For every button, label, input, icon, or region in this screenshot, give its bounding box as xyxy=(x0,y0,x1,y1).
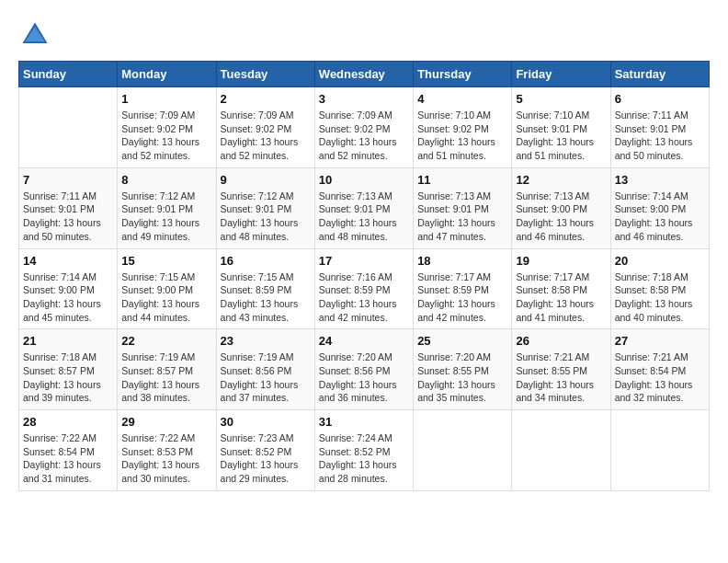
day-info: Sunrise: 7:19 AMSunset: 8:56 PMDaylight:… xyxy=(221,350,311,405)
day-info: Sunrise: 7:09 AMSunset: 9:02 PMDaylight:… xyxy=(121,109,211,163)
day-cell: 23Sunrise: 7:19 AMSunset: 8:56 PMDayligh… xyxy=(216,329,314,410)
day-info: Sunrise: 7:10 AMSunset: 9:02 PMDaylight:… xyxy=(417,109,507,163)
day-cell xyxy=(610,410,709,491)
day-cell: 21Sunrise: 7:18 AMSunset: 8:57 PMDayligh… xyxy=(19,329,118,410)
day-cell: 1Sunrise: 7:09 AMSunset: 9:02 PMDaylight… xyxy=(118,87,216,168)
day-number: 7 xyxy=(23,173,113,187)
day-cell: 4Sunrise: 7:10 AMSunset: 9:02 PMDaylight… xyxy=(414,87,512,168)
day-cell: 25Sunrise: 7:20 AMSunset: 8:55 PMDayligh… xyxy=(414,329,512,410)
day-info: Sunrise: 7:12 AMSunset: 9:01 PMDaylight:… xyxy=(221,190,311,244)
day-number: 11 xyxy=(417,173,507,187)
day-cell: 29Sunrise: 7:22 AMSunset: 8:53 PMDayligh… xyxy=(118,410,216,491)
header-cell-friday: Friday xyxy=(512,62,610,87)
day-number: 29 xyxy=(121,415,211,429)
day-number: 6 xyxy=(615,92,705,106)
day-info: Sunrise: 7:13 AMSunset: 9:01 PMDaylight:… xyxy=(417,190,507,244)
day-number: 4 xyxy=(417,92,507,106)
header-cell-monday: Monday xyxy=(118,62,216,87)
day-info: Sunrise: 7:22 AMSunset: 8:53 PMDaylight:… xyxy=(121,431,211,486)
day-info: Sunrise: 7:24 AMSunset: 8:52 PMDaylight:… xyxy=(319,431,409,486)
day-number: 25 xyxy=(417,334,507,348)
day-cell: 10Sunrise: 7:13 AMSunset: 9:01 PMDayligh… xyxy=(314,167,413,248)
day-cell xyxy=(19,87,118,168)
day-info: Sunrise: 7:21 AMSunset: 8:55 PMDaylight:… xyxy=(516,350,606,405)
day-number: 17 xyxy=(319,254,409,268)
day-cell: 18Sunrise: 7:17 AMSunset: 8:59 PMDayligh… xyxy=(414,248,512,329)
day-cell: 19Sunrise: 7:17 AMSunset: 8:58 PMDayligh… xyxy=(512,248,610,329)
day-number: 23 xyxy=(221,334,311,348)
day-cell: 6Sunrise: 7:11 AMSunset: 9:01 PMDaylight… xyxy=(610,87,709,168)
day-info: Sunrise: 7:14 AMSunset: 9:00 PMDaylight:… xyxy=(615,190,705,244)
day-cell: 5Sunrise: 7:10 AMSunset: 9:01 PMDaylight… xyxy=(512,87,610,168)
day-cell: 20Sunrise: 7:18 AMSunset: 8:58 PMDayligh… xyxy=(610,248,709,329)
day-number: 13 xyxy=(615,173,705,187)
day-number: 22 xyxy=(121,334,211,348)
header-cell-wednesday: Wednesday xyxy=(314,62,413,87)
logo-icon xyxy=(18,18,51,52)
day-cell: 13Sunrise: 7:14 AMSunset: 9:00 PMDayligh… xyxy=(610,167,709,248)
day-info: Sunrise: 7:13 AMSunset: 9:00 PMDaylight:… xyxy=(516,190,606,244)
day-cell: 8Sunrise: 7:12 AMSunset: 9:01 PMDaylight… xyxy=(118,167,216,248)
day-info: Sunrise: 7:11 AMSunset: 9:01 PMDaylight:… xyxy=(23,190,113,244)
day-info: Sunrise: 7:09 AMSunset: 9:02 PMDaylight:… xyxy=(319,109,409,163)
day-cell: 30Sunrise: 7:23 AMSunset: 8:52 PMDayligh… xyxy=(216,410,314,491)
day-info: Sunrise: 7:15 AMSunset: 9:00 PMDaylight:… xyxy=(121,270,211,325)
day-cell: 11Sunrise: 7:13 AMSunset: 9:01 PMDayligh… xyxy=(414,167,512,248)
day-number: 2 xyxy=(221,92,311,106)
week-row-4: 21Sunrise: 7:18 AMSunset: 8:57 PMDayligh… xyxy=(19,329,710,410)
day-info: Sunrise: 7:23 AMSunset: 8:52 PMDaylight:… xyxy=(221,431,311,486)
day-cell: 22Sunrise: 7:19 AMSunset: 8:57 PMDayligh… xyxy=(118,329,216,410)
day-cell: 15Sunrise: 7:15 AMSunset: 9:00 PMDayligh… xyxy=(118,248,216,329)
day-cell: 24Sunrise: 7:20 AMSunset: 8:56 PMDayligh… xyxy=(314,329,413,410)
day-number: 10 xyxy=(319,173,409,187)
week-row-2: 7Sunrise: 7:11 AMSunset: 9:01 PMDaylight… xyxy=(19,167,710,248)
week-row-3: 14Sunrise: 7:14 AMSunset: 9:00 PMDayligh… xyxy=(19,248,710,329)
day-number: 12 xyxy=(516,173,606,187)
day-cell: 2Sunrise: 7:09 AMSunset: 9:02 PMDaylight… xyxy=(216,87,314,168)
day-info: Sunrise: 7:17 AMSunset: 8:59 PMDaylight:… xyxy=(417,270,507,325)
day-cell: 27Sunrise: 7:21 AMSunset: 8:54 PMDayligh… xyxy=(610,329,709,410)
week-row-1: 1Sunrise: 7:09 AMSunset: 9:02 PMDaylight… xyxy=(19,87,710,168)
day-number: 26 xyxy=(516,334,606,348)
day-cell xyxy=(414,410,512,491)
day-number: 18 xyxy=(417,254,507,268)
day-number: 21 xyxy=(23,334,113,348)
day-number: 31 xyxy=(319,415,409,429)
calendar-table: SundayMondayTuesdayWednesdayThursdayFrid… xyxy=(18,61,710,491)
day-cell: 7Sunrise: 7:11 AMSunset: 9:01 PMDaylight… xyxy=(19,167,118,248)
calendar-body: 1Sunrise: 7:09 AMSunset: 9:02 PMDaylight… xyxy=(19,87,710,491)
header-cell-sunday: Sunday xyxy=(19,62,118,87)
day-number: 19 xyxy=(516,254,606,268)
day-info: Sunrise: 7:09 AMSunset: 9:02 PMDaylight:… xyxy=(221,109,311,163)
day-cell: 12Sunrise: 7:13 AMSunset: 9:00 PMDayligh… xyxy=(512,167,610,248)
day-info: Sunrise: 7:18 AMSunset: 8:58 PMDaylight:… xyxy=(615,270,705,325)
header-row: SundayMondayTuesdayWednesdayThursdayFrid… xyxy=(19,62,710,87)
day-number: 1 xyxy=(121,92,211,106)
day-number: 16 xyxy=(221,254,311,268)
day-cell: 17Sunrise: 7:16 AMSunset: 8:59 PMDayligh… xyxy=(314,248,413,329)
day-number: 24 xyxy=(319,334,409,348)
day-info: Sunrise: 7:13 AMSunset: 9:01 PMDaylight:… xyxy=(319,190,409,244)
day-number: 15 xyxy=(121,254,211,268)
day-cell xyxy=(512,410,610,491)
week-row-5: 28Sunrise: 7:22 AMSunset: 8:54 PMDayligh… xyxy=(19,410,710,491)
day-number: 9 xyxy=(221,173,311,187)
day-number: 3 xyxy=(319,92,409,106)
day-number: 20 xyxy=(615,254,705,268)
day-number: 14 xyxy=(23,254,113,268)
day-info: Sunrise: 7:17 AMSunset: 8:58 PMDaylight:… xyxy=(516,270,606,325)
day-info: Sunrise: 7:16 AMSunset: 8:59 PMDaylight:… xyxy=(319,270,409,325)
day-number: 8 xyxy=(121,173,211,187)
day-info: Sunrise: 7:10 AMSunset: 9:01 PMDaylight:… xyxy=(516,109,606,163)
day-cell: 14Sunrise: 7:14 AMSunset: 9:00 PMDayligh… xyxy=(19,248,118,329)
day-number: 27 xyxy=(615,334,705,348)
day-cell: 28Sunrise: 7:22 AMSunset: 8:54 PMDayligh… xyxy=(19,410,118,491)
day-number: 28 xyxy=(23,415,113,429)
day-number: 5 xyxy=(516,92,606,106)
header-cell-saturday: Saturday xyxy=(610,62,709,87)
day-number: 30 xyxy=(221,415,311,429)
day-info: Sunrise: 7:20 AMSunset: 8:56 PMDaylight:… xyxy=(319,350,409,405)
day-info: Sunrise: 7:11 AMSunset: 9:01 PMDaylight:… xyxy=(615,109,705,163)
day-info: Sunrise: 7:20 AMSunset: 8:55 PMDaylight:… xyxy=(417,350,507,405)
day-cell: 9Sunrise: 7:12 AMSunset: 9:01 PMDaylight… xyxy=(216,167,314,248)
